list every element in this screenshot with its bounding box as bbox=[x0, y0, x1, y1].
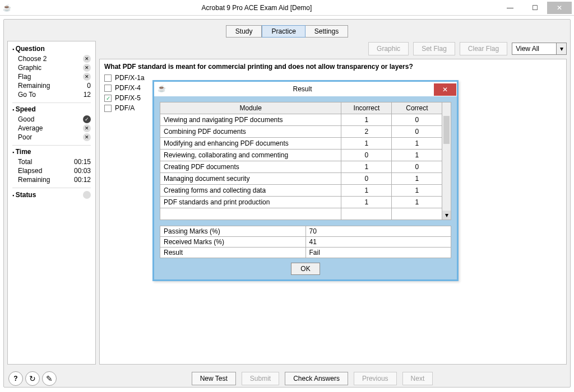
sidebar-elapsed: Elapsed00:03 bbox=[12, 166, 91, 175]
result-table-wrap: Module Incorrect Correct Viewing and nav… bbox=[160, 102, 451, 220]
cell-correct: 1 bbox=[392, 197, 442, 208]
tab-practice[interactable]: Practice bbox=[262, 25, 305, 38]
close-button[interactable]: ✕ bbox=[547, 2, 572, 14]
cell-correct: 1 bbox=[392, 173, 442, 185]
sidebar-time-remaining: Remaining00:12 bbox=[12, 175, 91, 184]
divider bbox=[12, 145, 91, 146]
col-correct[interactable]: Correct bbox=[392, 102, 442, 114]
table-row[interactable]: Managing document security01 bbox=[160, 173, 442, 185]
table-row[interactable]: PDF standards and print production11 bbox=[160, 197, 442, 208]
cell-module: Modifying and enhancing PDF documents bbox=[160, 138, 341, 150]
sidebar-time-section: Time Total00:15 Elapsed00:03 Remaining00… bbox=[12, 148, 91, 184]
cell-incorrect: 1 bbox=[341, 185, 392, 197]
x-icon: ✕ bbox=[83, 55, 91, 63]
sidebar-goto[interactable]: Go To12 bbox=[12, 90, 91, 99]
sidebar-total: Total00:15 bbox=[12, 157, 91, 166]
sidebar-graphic: Graphic✕ bbox=[12, 63, 91, 72]
table-row[interactable]: Modifying and enhancing PDF documents11 bbox=[160, 138, 442, 150]
sidebar-poor: Poor✕ bbox=[12, 133, 91, 142]
view-combo-text: View All bbox=[512, 43, 556, 54]
x-icon: ✕ bbox=[83, 64, 91, 72]
tab-strip: Study Practice Settings bbox=[4, 20, 570, 41]
cell-correct: 0 bbox=[392, 126, 442, 138]
tab-settings[interactable]: Settings bbox=[305, 25, 348, 38]
cell-module: PDF standards and print production bbox=[160, 197, 341, 208]
sidebar-question-section: Question Choose 2✕ Graphic✕ Flag✕ Remain… bbox=[12, 45, 91, 99]
scrollbar[interactable]: ▾ bbox=[442, 102, 451, 220]
divider bbox=[12, 188, 91, 188]
sidebar-choose: Choose 2✕ bbox=[12, 54, 91, 63]
cell-incorrect: 0 bbox=[341, 150, 392, 161]
sidebar-status: Status bbox=[12, 190, 91, 199]
toolbar: Graphic Set Flag Clear Flag View All ▾ bbox=[99, 41, 567, 57]
col-incorrect[interactable]: Incorrect bbox=[341, 102, 392, 114]
col-module[interactable]: Module bbox=[160, 102, 341, 114]
set-flag-button[interactable]: Set Flag bbox=[413, 42, 455, 55]
cell-module: Creating PDF documents bbox=[160, 161, 341, 173]
question-text: What PDF standard is meant for commercia… bbox=[104, 63, 562, 71]
cell-incorrect: 1 bbox=[341, 114, 392, 126]
sidebar-time-header: Time bbox=[12, 148, 91, 156]
cell-incorrect: 2 bbox=[341, 126, 392, 138]
table-row[interactable]: Viewing and navigating PDF documents10 bbox=[160, 114, 442, 126]
dialog-body: Module Incorrect Correct Viewing and nav… bbox=[154, 96, 457, 279]
sidebar-average: Average✕ bbox=[12, 124, 91, 133]
sidebar-good: Good✓ bbox=[12, 115, 91, 124]
sidebar-question-header: Question bbox=[12, 45, 91, 53]
window-buttons: — ☐ ✕ bbox=[498, 2, 572, 14]
dialog-titlebar[interactable]: Result ✕ bbox=[154, 82, 457, 96]
cell-correct: 1 bbox=[392, 150, 442, 161]
sidebar-status-section: Status bbox=[12, 190, 91, 199]
divider bbox=[12, 102, 91, 103]
check-answers-button[interactable]: Check Answers bbox=[285, 372, 348, 385]
maximize-button[interactable]: ☐ bbox=[522, 2, 547, 14]
clear-flag-button[interactable]: Clear Flag bbox=[460, 42, 507, 55]
cell-module: Creating forms and collecting data bbox=[160, 185, 341, 197]
edit-button[interactable]: ✎ bbox=[42, 371, 57, 386]
submit-button[interactable]: Submit bbox=[242, 372, 279, 385]
graphic-button[interactable]: Graphic bbox=[368, 42, 409, 55]
previous-button[interactable]: Previous bbox=[354, 372, 397, 385]
circle-icon bbox=[83, 191, 91, 199]
chevron-down-icon[interactable]: ▾ bbox=[556, 43, 566, 54]
tab-study[interactable]: Study bbox=[226, 25, 262, 38]
x-icon: ✕ bbox=[83, 124, 91, 132]
bottom-center: New Test Submit Check Answers Previous N… bbox=[59, 372, 566, 385]
view-combo[interactable]: View All ▾ bbox=[512, 43, 567, 55]
cell-correct: 1 bbox=[392, 185, 442, 197]
cell-incorrect: 1 bbox=[341, 138, 392, 150]
cell-correct: 0 bbox=[392, 161, 442, 173]
java-icon bbox=[158, 85, 166, 94]
sidebar: Question Choose 2✕ Graphic✕ Flag✕ Remain… bbox=[7, 41, 96, 365]
history-button[interactable]: ↻ bbox=[25, 371, 40, 386]
cell-incorrect: 0 bbox=[341, 173, 392, 185]
checkbox-icon[interactable] bbox=[104, 74, 112, 82]
next-button[interactable]: Next bbox=[402, 372, 433, 385]
bottom-bar: ? ↻ ✎ New Test Submit Check Answers Prev… bbox=[4, 368, 570, 387]
summary-row: Passing Marks (%)70 bbox=[160, 226, 451, 237]
sidebar-flag: Flag✕ bbox=[12, 72, 91, 81]
scroll-down-icon[interactable]: ▾ bbox=[442, 211, 451, 220]
summary-row: ResultFail bbox=[160, 248, 451, 258]
result-table: Module Incorrect Correct Viewing and nav… bbox=[160, 102, 442, 220]
summary-table: Passing Marks (%)70 Received Marks (%)41… bbox=[160, 226, 451, 258]
sidebar-remaining: Remaining0 bbox=[12, 81, 91, 90]
cell-correct: 0 bbox=[392, 114, 442, 126]
java-icon bbox=[2, 3, 11, 12]
scroll-thumb[interactable] bbox=[443, 116, 450, 144]
checkbox-icon[interactable] bbox=[104, 105, 112, 112]
new-test-button[interactable]: New Test bbox=[192, 372, 236, 385]
cell-module: Reviewing, collaborating and commenting bbox=[160, 150, 341, 161]
help-button[interactable]: ? bbox=[8, 371, 23, 386]
minimize-button[interactable]: — bbox=[498, 2, 522, 14]
table-row[interactable]: Reviewing, collaborating and commenting0… bbox=[160, 150, 442, 161]
cell-incorrect: 1 bbox=[341, 161, 392, 173]
cell-module: Viewing and navigating PDF documents bbox=[160, 114, 341, 126]
checkbox-icon[interactable] bbox=[104, 95, 112, 102]
ok-button[interactable]: OK bbox=[291, 263, 320, 275]
dialog-close-button[interactable]: ✕ bbox=[434, 83, 456, 96]
table-row[interactable]: Creating PDF documents10 bbox=[160, 161, 442, 173]
checkbox-icon[interactable] bbox=[104, 85, 112, 92]
table-row[interactable]: Combining PDF documents20 bbox=[160, 126, 442, 138]
table-row[interactable]: Creating forms and collecting data11 bbox=[160, 185, 442, 197]
